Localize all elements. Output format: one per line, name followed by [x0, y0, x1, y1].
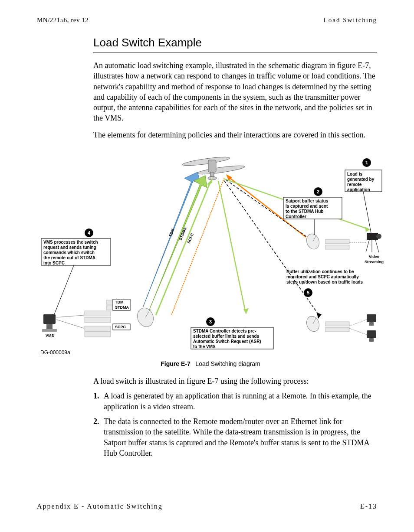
figure-caption-text: Load Switching diagram	[195, 360, 260, 367]
section-title: Load Switch Example	[93, 36, 377, 52]
svg-rect-17	[85, 332, 111, 337]
svg-rect-21	[46, 324, 53, 329]
svg-line-52	[363, 192, 371, 233]
item-number: 1.	[93, 391, 102, 412]
hub-site: SCPC TDM STDMA VMS	[42, 299, 156, 338]
svg-text:selected buffer limits and sen: selected buffer limits and sends	[193, 334, 260, 339]
svg-text:VMS processes the switch: VMS processes the switch	[43, 240, 98, 245]
callout-1: Load is generated by remote application …	[345, 158, 382, 233]
header-right: Load Switching	[324, 16, 377, 24]
svg-text:the remote out of STDMA: the remote out of STDMA	[43, 255, 95, 260]
svg-text:Automatic Switch Request (ASR): Automatic Switch Request (ASR)	[193, 339, 261, 344]
streaming-label: Streaming	[365, 260, 384, 264]
header-left: MN/22156, rev 12	[37, 16, 89, 24]
svg-point-0	[182, 155, 230, 167]
svg-text:3: 3	[209, 319, 212, 324]
svg-text:commands which switch: commands which switch	[43, 250, 95, 255]
figure-e7: TDM STDMA SCPC	[37, 146, 384, 367]
svg-rect-41	[367, 314, 376, 322]
svg-rect-38	[325, 327, 349, 332]
svg-line-24	[56, 320, 84, 328]
svg-marker-5	[207, 179, 212, 185]
svg-text:remote: remote	[347, 182, 362, 187]
hub-scpc-label: SCPC	[115, 325, 126, 329]
list-item-1: 1. A load is generated by an application…	[93, 391, 377, 412]
hub-stdma-label: STDMA	[115, 305, 129, 310]
video-label: Video	[369, 255, 380, 259]
remote-site-2	[305, 314, 376, 342]
main-content: Load Switch Example An automatic load sw…	[93, 36, 377, 458]
scpc-line	[156, 182, 210, 315]
stdma-arrow	[149, 176, 207, 311]
figure-caption-label: Figure E-7	[161, 360, 190, 367]
svg-point-1	[197, 164, 245, 176]
svg-text:2: 2	[317, 189, 319, 194]
svg-line-39	[349, 320, 367, 326]
callout-5: Buffer utilization continues to be monit…	[286, 269, 363, 297]
svg-text:Satport buffer status: Satport buffer status	[286, 199, 329, 203]
svg-text:to the STDMA Hub: to the STDMA Hub	[286, 209, 323, 214]
svg-point-31	[376, 234, 381, 239]
stdma-label: STDMA	[178, 226, 187, 241]
footer-right: E-13	[360, 503, 377, 510]
svg-line-23	[56, 315, 84, 317]
svg-text:4: 4	[88, 230, 91, 235]
svg-text:generated by: generated by	[347, 177, 375, 182]
svg-rect-22	[42, 329, 57, 332]
svg-marker-9	[317, 313, 322, 319]
svg-rect-28	[325, 245, 349, 249]
svg-marker-7	[243, 308, 249, 314]
footer-left: Appendix E - Automatic Switching	[37, 503, 163, 510]
svg-line-33	[375, 240, 379, 252]
item-text: The data is connected to the Remote mode…	[104, 416, 377, 458]
svg-rect-2	[208, 160, 216, 172]
paragraph-2: The elements for determining policies an…	[93, 130, 377, 140]
svg-text:monitored and SCPC automatical: monitored and SCPC automatically	[286, 274, 359, 279]
sat-to-hub	[218, 181, 245, 311]
svg-rect-16	[85, 326, 111, 331]
hub-tdm-label: TDM	[115, 300, 124, 304]
svg-text:Buffer utilization continues t: Buffer utilization continues to be	[286, 269, 354, 274]
svg-line-76	[54, 265, 74, 314]
svg-rect-37	[325, 322, 349, 326]
svg-text:Controller: Controller	[286, 214, 306, 219]
item-text: A load is generated by an application th…	[104, 391, 377, 412]
svg-text:STDMA Controller detects pre-: STDMA Controller detects pre-	[193, 329, 256, 333]
callout-4: VMS processes the switch request and sen…	[41, 228, 111, 314]
svg-line-40	[349, 328, 367, 335]
svg-text:application: application	[347, 187, 370, 192]
svg-rect-27	[325, 239, 349, 244]
list-item-2: 2. The data is connected to the Remote m…	[93, 416, 377, 458]
paragraph-1: An automatic load switching example, ill…	[93, 60, 377, 124]
tdm-label: TDM	[168, 228, 175, 238]
svg-text:to the VMS: to the VMS	[193, 344, 216, 349]
callout-2: Satport buffer status is captured and se…	[283, 187, 342, 235]
figure-caption: Figure E-7 Load Switching diagram	[37, 360, 384, 367]
figure-id: DG-000009a	[40, 349, 70, 356]
page-footer: Appendix E - Automatic Switching E-13	[37, 503, 377, 510]
svg-rect-43	[367, 330, 376, 338]
svg-text:is captured and sent: is captured and sent	[286, 204, 328, 209]
svg-text:steps up/down based on traffic: steps up/down based on traffic loads	[286, 280, 363, 284]
hub-uplink	[171, 180, 223, 315]
svg-rect-15	[85, 317, 111, 323]
svg-line-32	[366, 240, 369, 252]
list-intro: A load switch is illustrated in figure E…	[93, 376, 377, 386]
item-number: 2.	[93, 416, 102, 458]
svg-rect-42	[369, 322, 374, 326]
svg-rect-20	[43, 314, 56, 324]
svg-rect-3	[210, 172, 214, 176]
callout-3: STDMA Controller detects pre- selected b…	[191, 317, 273, 349]
load-switching-diagram: TDM STDMA SCPC	[37, 146, 384, 359]
svg-text:Load is: Load is	[347, 172, 362, 176]
svg-text:request and sends tuning: request and sends tuning	[43, 245, 96, 250]
svg-marker-8	[365, 227, 370, 232]
remote-site-1: Video Streaming	[305, 232, 384, 264]
svg-text:1: 1	[365, 160, 368, 165]
svg-text:into SCPC: into SCPC	[43, 261, 65, 265]
svg-rect-14	[85, 311, 111, 316]
svg-rect-44	[369, 338, 374, 342]
svg-text:5: 5	[307, 290, 309, 295]
vms-label: VMS	[46, 333, 54, 338]
page-header: MN/22156, rev 12 Load Switching	[37, 16, 377, 24]
